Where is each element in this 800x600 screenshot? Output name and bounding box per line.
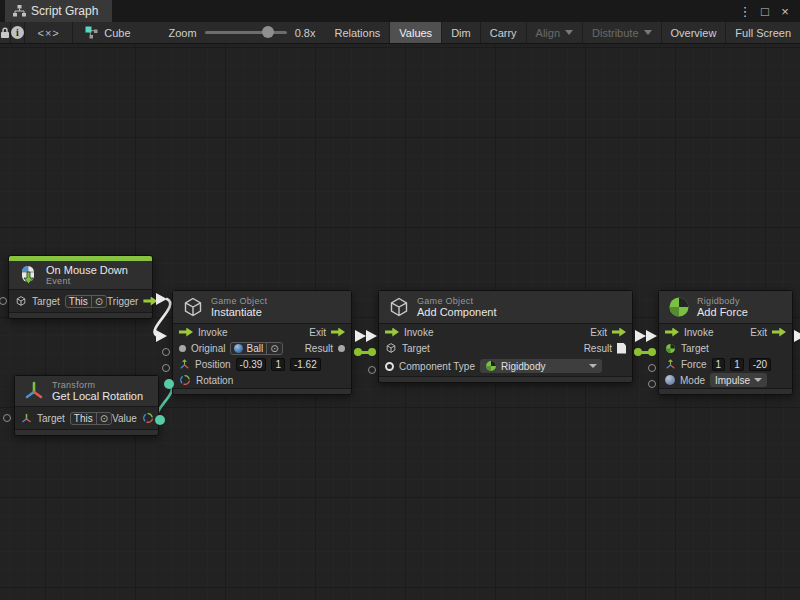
invoke-flow-arrow-icon[interactable] bbox=[665, 328, 679, 337]
inspect-button[interactable]: i bbox=[11, 22, 25, 43]
tab-script-graph[interactable]: Script Graph bbox=[5, 0, 112, 22]
object-picker-icon[interactable]: ⊙ bbox=[266, 343, 278, 354]
relations-label: Relations bbox=[334, 27, 380, 39]
ball-icon bbox=[234, 344, 243, 353]
graph-selector[interactable]: Cube bbox=[73, 22, 142, 43]
fullscreen-button[interactable]: Full Screen bbox=[726, 22, 800, 43]
overview-button[interactable]: Overview bbox=[662, 22, 727, 43]
zoom-slider-handle[interactable] bbox=[262, 26, 274, 38]
position-z-field[interactable]: -1.62 bbox=[290, 358, 321, 371]
target-object-field[interactable]: This ⊙ bbox=[65, 295, 107, 308]
force-z-field[interactable]: -20 bbox=[749, 358, 771, 371]
node-on-mouse-down[interactable]: On Mouse Down Event Target This ⊙ bbox=[8, 255, 153, 319]
node-header: Rigidbody Add Force bbox=[659, 291, 792, 323]
rotation-icon bbox=[179, 374, 191, 386]
add-force-mode-port[interactable] bbox=[648, 380, 656, 388]
position-x-field[interactable]: -0.39 bbox=[236, 358, 267, 371]
node-add-force[interactable]: Rigidbody Add Force Invoke Exit bbox=[658, 290, 793, 395]
node-title: Add Component bbox=[417, 306, 497, 318]
invoke-flow-arrow-icon[interactable] bbox=[179, 328, 193, 337]
instantiate-original-port[interactable] bbox=[162, 348, 170, 356]
component-type-dropdown[interactable]: Rigidbody bbox=[480, 359, 602, 373]
invoke-flow-arrow-icon[interactable] bbox=[385, 328, 399, 337]
script-graph-window: Script Graph ⋮ □ × i <×> bbox=[0, 0, 800, 600]
lock-icon bbox=[0, 27, 10, 39]
exit-flow-arrow-icon[interactable] bbox=[772, 328, 786, 337]
vector3-icon bbox=[665, 359, 676, 370]
distribute-button[interactable]: Distribute bbox=[583, 22, 661, 43]
maximize-icon[interactable]: □ bbox=[756, 4, 774, 19]
rigidbody-icon bbox=[668, 296, 690, 318]
node-get-local-rotation[interactable]: Transform Get Local Rotation Target T bbox=[14, 375, 159, 436]
result-port-icon[interactable] bbox=[338, 345, 345, 352]
node-header: On Mouse Down Event bbox=[9, 261, 152, 289]
get-local-rotation-target-port[interactable] bbox=[3, 414, 11, 422]
node-subtitle: Game Object bbox=[417, 296, 497, 306]
instantiate-position-port[interactable] bbox=[162, 364, 170, 372]
mode-dropdown[interactable]: Impulse bbox=[710, 373, 767, 387]
component-type-label: Component Type bbox=[399, 361, 475, 372]
lock-button[interactable] bbox=[0, 22, 11, 43]
menu-icon[interactable]: ⋮ bbox=[736, 4, 754, 19]
target-object-field[interactable]: This ⊙ bbox=[70, 412, 112, 425]
instantiate-exit-connector[interactable] bbox=[355, 330, 366, 342]
trigger-output-connector[interactable] bbox=[156, 293, 167, 305]
position-port-label: Position bbox=[195, 359, 231, 370]
align-button[interactable]: Align bbox=[527, 22, 583, 43]
node-footer bbox=[9, 312, 152, 318]
position-y-field[interactable]: 1 bbox=[271, 358, 285, 371]
get-local-rotation-value-connector[interactable] bbox=[155, 415, 165, 425]
node-instantiate[interactable]: Game Object Instantiate Invoke Exit Orig… bbox=[172, 290, 352, 395]
vector3-icon bbox=[179, 359, 190, 370]
force-port-label: Force bbox=[681, 359, 707, 370]
instantiate-invoke-connector[interactable] bbox=[156, 330, 167, 342]
component-type-port-icon[interactable] bbox=[385, 362, 394, 371]
result-to-target-connection[interactable] bbox=[354, 348, 376, 356]
game-object-port-icon bbox=[385, 342, 397, 354]
add-component-exit-connector[interactable] bbox=[635, 330, 646, 342]
graph-name: Cube bbox=[104, 27, 130, 39]
add-force-force-port[interactable] bbox=[648, 364, 656, 372]
original-port-icon[interactable] bbox=[179, 345, 186, 352]
result-to-target-connection[interactable] bbox=[634, 348, 656, 356]
node-add-component[interactable]: Game Object Add Component Invoke Exit Ta… bbox=[378, 290, 633, 383]
add-component-type-port[interactable] bbox=[368, 366, 376, 374]
component-type-value: Rigidbody bbox=[501, 361, 545, 372]
add-component-invoke-connector[interactable] bbox=[366, 330, 377, 342]
original-object-field[interactable]: Ball ⊙ bbox=[230, 342, 282, 355]
rigidbody-port-icon bbox=[665, 343, 676, 354]
graph-canvas[interactable]: On Mouse Down Event Target This ⊙ bbox=[0, 44, 800, 600]
exit-flow-arrow-icon[interactable] bbox=[612, 328, 626, 337]
force-y-field[interactable]: 1 bbox=[730, 358, 744, 371]
object-picker-icon[interactable]: ⊙ bbox=[91, 296, 103, 307]
carry-button[interactable]: Carry bbox=[481, 22, 527, 43]
add-force-invoke-connector[interactable] bbox=[646, 330, 657, 342]
zoom-to-fit-button[interactable]: <×> bbox=[25, 22, 73, 43]
values-button[interactable]: Values bbox=[390, 22, 442, 43]
close-icon[interactable]: × bbox=[776, 4, 794, 19]
distribute-caret-icon bbox=[644, 30, 652, 35]
invoke-port-label: Invoke bbox=[404, 327, 433, 338]
relations-button[interactable]: Relations bbox=[325, 22, 390, 43]
dropdown-caret-icon bbox=[754, 378, 762, 382]
instantiate-rotation-connector[interactable] bbox=[164, 379, 174, 389]
object-picker-icon[interactable]: ⊙ bbox=[96, 413, 108, 424]
on-mouse-down-target-port[interactable] bbox=[0, 297, 7, 305]
mode-port-label: Mode bbox=[680, 375, 705, 386]
add-force-exit-connector[interactable] bbox=[794, 330, 800, 342]
game-object-icon bbox=[15, 295, 27, 307]
component-result-icon[interactable] bbox=[617, 343, 626, 354]
dim-button[interactable]: Dim bbox=[442, 22, 481, 43]
force-x-field[interactable]: 1 bbox=[712, 358, 726, 371]
exit-flow-arrow-icon[interactable] bbox=[331, 328, 345, 337]
mouse-event-icon bbox=[17, 264, 39, 286]
node-title: On Mouse Down bbox=[46, 264, 128, 276]
node-subtitle: Transform bbox=[52, 380, 143, 390]
node-subtitle: Game Object bbox=[211, 296, 267, 306]
invoke-port-label: Invoke bbox=[198, 327, 227, 338]
trigger-port-label: Trigger bbox=[107, 296, 138, 307]
toolbar-toggles: Relations Values Dim Carry Align Distrib… bbox=[325, 22, 800, 43]
zoom-slider[interactable] bbox=[205, 31, 287, 34]
value-port-label: Value bbox=[112, 413, 137, 424]
zoom-to-fit-icon: <×> bbox=[37, 27, 59, 39]
